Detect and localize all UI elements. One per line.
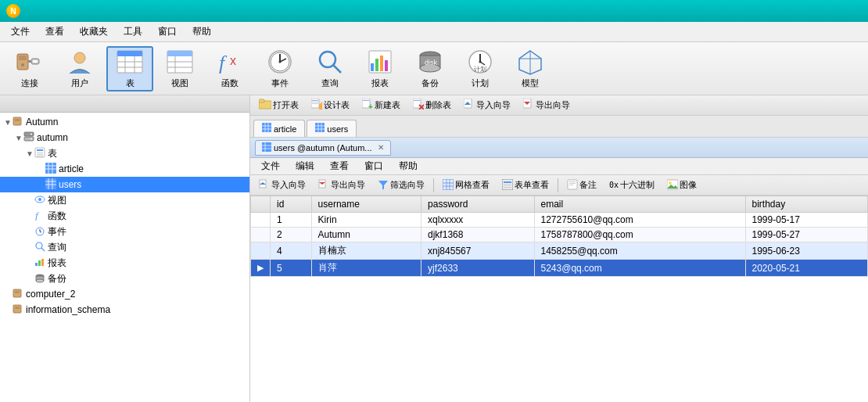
col-id[interactable]: id — [271, 196, 312, 213]
q-btn-grid-view[interactable]: 网格查看 — [437, 177, 495, 194]
tree-item-users-table[interactable]: users — [0, 177, 249, 192]
toolbar-btn-event[interactable]: 事件 — [256, 46, 303, 92]
tree-item-autumn-root[interactable]: ▼ Autumn — [0, 114, 249, 130]
query-tab-users-query-tab[interactable]: users @autumn (Autum...✕ — [255, 140, 391, 156]
tree-item-tables-node[interactable]: ▼ 表 — [0, 145, 249, 161]
cell-username[interactable]: 肖楠京 — [311, 242, 421, 260]
cell-birthday[interactable]: 2020-05-21 — [745, 260, 867, 277]
cell-username[interactable]: 肖萍 — [311, 260, 421, 277]
plan-icon: 计划 — [466, 48, 494, 76]
toolbar-btn-query[interactable]: 查询 — [307, 46, 353, 92]
query-menu-文件[interactable]: 文件 — [253, 159, 288, 174]
import-wizard-label: 导入向导 — [476, 99, 511, 111]
col-birthday[interactable]: birthday — [745, 196, 867, 213]
tree-item-autumn-db[interactable]: ▼ autumn — [0, 130, 249, 145]
cell-username[interactable]: Kirin — [311, 213, 421, 228]
obj-btn-export-wizard[interactable]: 导出向导 — [518, 96, 576, 114]
new-table-label: 新建表 — [375, 99, 400, 111]
tree-item-info-schema[interactable]: information_schema — [0, 302, 249, 318]
tree-item-views-node[interactable]: 视图 — [0, 192, 249, 208]
tree-item-queries-node[interactable]: 查询 — [0, 239, 249, 255]
col-username[interactable]: username — [311, 196, 421, 213]
svg-rect-51 — [37, 149, 43, 151]
tree-toggle-autumn-db[interactable]: ▼ — [14, 134, 23, 142]
table-tab-article-tab[interactable]: article — [253, 120, 305, 137]
svg-marker-119 — [378, 181, 388, 189]
tree-toggle-tables-node[interactable]: ▼ — [25, 149, 34, 158]
query-tab-close[interactable]: ✕ — [378, 143, 384, 152]
toolbar-btn-table[interactable]: 表 — [106, 46, 153, 92]
cell-id[interactable]: 1 — [271, 213, 312, 228]
query-menu-帮助[interactable]: 帮助 — [391, 159, 425, 174]
cell-password[interactable]: xnj845567 — [421, 242, 534, 260]
obj-btn-import-wizard[interactable]: 导入向导 — [458, 96, 516, 114]
table-row[interactable]: ▶5肖萍yjf26335243@qq.com2020-05-21 — [251, 260, 868, 277]
cell-password[interactable]: yjf2633 — [421, 260, 534, 277]
toolbar-btn-backup[interactable]: disk 备份 — [407, 46, 454, 92]
table-row[interactable]: 4肖楠京xnj8455671458255@qq.com1995-06-23 — [251, 242, 868, 260]
toolbar-btn-user[interactable]: 用户 — [56, 46, 103, 92]
q-btn-import-wiz[interactable]: 导入向导 — [253, 177, 311, 194]
menu-item-帮助[interactable]: 帮助 — [185, 23, 219, 40]
report-label: 报表 — [371, 77, 389, 89]
tree-icon-events-node — [34, 225, 45, 239]
q-btn-image[interactable]: 图像 — [662, 177, 702, 194]
toolbar-btn-view[interactable]: 视图 — [156, 46, 203, 92]
obj-btn-delete-table[interactable]: 删除表 — [407, 96, 457, 114]
q-btn-notes[interactable]: 备注 — [561, 177, 602, 194]
toolbar-btn-plan[interactable]: 计划 计划 — [457, 46, 504, 92]
app-icon: N — [6, 4, 20, 18]
menu-item-收藏夹[interactable]: 收藏夹 — [72, 23, 116, 40]
q-btn-form-view[interactable]: 表单查看 — [497, 177, 554, 194]
query-menu-编辑[interactable]: 编辑 — [288, 159, 322, 174]
svg-point-6 — [74, 52, 85, 63]
col-email[interactable]: email — [534, 196, 745, 213]
q-btn-filter-wiz[interactable]: 筛选向导 — [372, 177, 430, 194]
toolbar-btn-connect[interactable]: 连接 — [6, 46, 53, 92]
cell-email[interactable]: 5243@qq.com — [534, 260, 745, 277]
cell-password[interactable]: djkf1368 — [421, 228, 534, 242]
col-password[interactable]: password — [421, 196, 534, 213]
cell-birthday[interactable]: 1995-06-23 — [745, 242, 867, 260]
cell-password[interactable]: xqlxxxxx — [421, 213, 534, 228]
tree-item-reports-node[interactable]: 报表 — [0, 255, 249, 271]
tree-item-events-node[interactable]: 事件 — [0, 224, 249, 239]
cell-id[interactable]: 2 — [271, 228, 312, 242]
cell-email[interactable]: 1458255@qq.com — [534, 242, 745, 260]
table-row[interactable]: 2Autumndjkf13681758787800@qq.com1999-05-… — [251, 228, 868, 242]
cell-id[interactable]: 5 — [271, 260, 312, 277]
toolbar-btn-func[interactable]: f x 函数 — [206, 46, 253, 92]
filter-wiz-q-label: 筛选向导 — [390, 179, 425, 191]
menu-item-工具[interactable]: 工具 — [116, 23, 150, 40]
cell-birthday[interactable]: 1999-05-27 — [745, 228, 867, 242]
table-row[interactable]: 1Kirinxqlxxxxx1272755610@qq.com1999-05-1… — [251, 213, 868, 228]
obj-btn-open-table[interactable]: 打开表 — [253, 96, 304, 114]
tree-item-backups-node[interactable]: 备份 — [0, 271, 249, 286]
q-btn-hex[interactable]: 0x十六进制 — [604, 177, 660, 193]
query-menu-窗口[interactable]: 窗口 — [357, 159, 391, 174]
tree-item-article-table[interactable]: article — [0, 161, 249, 177]
cell-username[interactable]: Autumn — [311, 228, 421, 242]
cell-email[interactable]: 1272755610@qq.com — [534, 213, 745, 228]
toolbar-btn-report[interactable]: 报表 — [357, 46, 404, 92]
query-menu-查看[interactable]: 查看 — [322, 159, 357, 174]
cell-email[interactable]: 1758787800@qq.com — [534, 228, 745, 242]
tree-toggle-autumn-root[interactable]: ▼ — [3, 118, 13, 127]
menu-item-文件[interactable]: 文件 — [3, 23, 38, 40]
svg-rect-31 — [385, 60, 388, 71]
svg-line-26 — [333, 65, 341, 73]
menu-item-查看[interactable]: 查看 — [38, 23, 72, 40]
tree-icon-users-table — [45, 178, 56, 192]
tree-item-funcs-node[interactable]: f 函数 — [0, 208, 249, 224]
svg-rect-54 — [37, 156, 43, 156]
menu-item-窗口[interactable]: 窗口 — [150, 23, 185, 40]
obj-btn-design-table[interactable]: 设计表 — [306, 96, 355, 114]
cell-id[interactable]: 4 — [271, 242, 312, 260]
cell-birthday[interactable]: 1999-05-17 — [745, 213, 867, 228]
q-btn-export-wiz[interactable]: 导出向导 — [313, 177, 371, 194]
tree-item-computer2[interactable]: computer_2 — [0, 286, 249, 302]
table-tab-users-tab[interactable]: users — [307, 120, 357, 137]
obj-btn-new-table[interactable]: + 新建表 — [357, 96, 406, 114]
tree-label-autumn-root: Autumn — [26, 117, 58, 127]
toolbar-btn-model[interactable]: 模型 — [507, 46, 554, 92]
